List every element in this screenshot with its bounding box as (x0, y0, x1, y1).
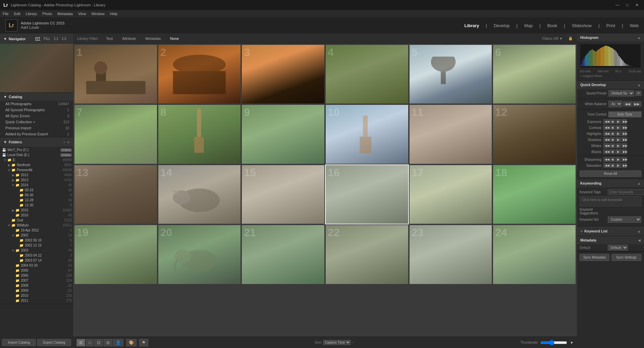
sp-l[interactable]: ◀ (609, 157, 615, 162)
menu-file[interactable]: File (3, 12, 9, 16)
import-catalog-button[interactable]: Import Catalog (2, 339, 36, 346)
thumbnails-slider[interactable] (540, 340, 567, 345)
nav-print[interactable]: Print (606, 23, 615, 28)
loupe-view-button[interactable]: □ (86, 339, 94, 346)
sort-select[interactable]: Capture Time (323, 340, 351, 345)
menu-help[interactable]: Help (110, 12, 118, 16)
folder-2010[interactable]: ▶ 📁 2010 233 (0, 293, 73, 298)
survey-view-button[interactable]: ⊟ (104, 339, 112, 346)
folder-2003-07-14[interactable]: ▶ 📁 2003 07 14 20 (0, 258, 73, 263)
folder-2005[interactable]: ▶ 📁 2005 67 (0, 268, 73, 273)
folders-header[interactable]: ▼ Folders − + (0, 137, 73, 147)
maximize-button[interactable]: □ (624, 2, 631, 8)
sync-metadata-button[interactable]: Sync Metadata (580, 254, 609, 261)
nav-develop[interactable]: Develop (494, 23, 510, 28)
filter-attribute[interactable]: Attribute (120, 36, 138, 41)
folder-12-30[interactable]: ▶ 📁 12-30 6 (0, 203, 73, 208)
folder-03-15[interactable]: ▶ 📁 03-15 16 (0, 188, 73, 193)
catalog-quick-collection[interactable]: Quick Collection + 213 (0, 119, 73, 125)
bl-l[interactable]: ◀ (609, 149, 615, 154)
metadata-preset-select[interactable]: Default (608, 245, 628, 251)
photo-cell-24[interactable]: 24 (493, 225, 576, 284)
navigator-header[interactable]: ▼ Navigator FIT FILL 1:1 1:2 (0, 33, 73, 44)
sp-r[interactable]: ▶ (615, 157, 621, 162)
zoom-fill[interactable]: FILL (42, 37, 52, 41)
folder-2008[interactable]: ▶ 📁 2008 20 (0, 283, 73, 288)
filter-none[interactable]: None (168, 36, 181, 41)
flag-button[interactable]: ⚑ (139, 339, 148, 346)
histogram-header[interactable]: Histogram ▲ (577, 33, 644, 42)
con-r[interactable]: ▶ (615, 125, 621, 130)
keywording-toggle[interactable]: ▲ (637, 182, 641, 185)
close-button[interactable]: ✕ (633, 2, 641, 8)
metadata-header[interactable]: Metadata ◀ (577, 236, 644, 244)
people-view-button[interactable]: 👤 (113, 339, 123, 346)
wh-l[interactable]: ◀ (609, 143, 615, 148)
folder-2007[interactable]: ▶ 📁 2007 224 (0, 278, 73, 283)
exp-l[interactable]: ◀ (609, 119, 615, 124)
white-balance-select[interactable]: As Shot (608, 101, 622, 107)
photo-cell-14[interactable]: 14 (158, 165, 241, 224)
wh-ll[interactable]: ◀◀ (603, 143, 609, 148)
keyword-add-area[interactable]: Click here to add keywords (580, 196, 641, 206)
histogram-toggle[interactable]: ▲ (637, 36, 641, 40)
con-rr[interactable]: ▶▶ (622, 125, 627, 130)
white-balance-left[interactable]: ◀◀ (623, 101, 632, 107)
scroll-down-button[interactable]: ▼ (570, 341, 574, 345)
photo-cell-3[interactable]: 3 (242, 45, 324, 103)
folder-2014[interactable]: ▼ 📁 2014 40 (0, 183, 73, 188)
exp-r[interactable]: ▶ (615, 119, 621, 124)
folder-wildtuin[interactable]: ▼ 📁 Wildtuin 15611 (0, 223, 73, 228)
keywording-header[interactable]: Keywording ▲ (577, 179, 644, 187)
catalog-synced-photos[interactable]: All Synced Photographs 1 (0, 107, 73, 113)
folders-plus[interactable]: + (67, 139, 70, 145)
folder-neofresh[interactable]: ▶ 📁 Neofresh 8691 (0, 162, 73, 167)
catalog-sync-errors[interactable]: All Sync Errors 3 (0, 113, 73, 119)
sat-r[interactable]: ▶ (615, 163, 621, 168)
hl-ll[interactable]: ◀◀ (603, 131, 609, 136)
photo-cell-19[interactable]: 19 (74, 225, 157, 284)
folder-2004-03-20[interactable]: ▶ 📁 2004 03 20 14 (0, 263, 73, 268)
photo-cell-13[interactable]: 13 (74, 165, 157, 224)
menu-view[interactable]: View (78, 12, 86, 16)
nav-library[interactable]: Library (464, 23, 479, 28)
folder-2003[interactable]: ▼ 📁 2003 24 (0, 248, 73, 253)
window-controls[interactable]: — □ ✕ (613, 2, 641, 8)
filter-text[interactable]: Text (104, 36, 115, 41)
menu-library[interactable]: Library (26, 12, 37, 16)
folder-05-30[interactable]: ▶ 📁 05-30 4 (0, 193, 73, 198)
keyword-list-toggle[interactable]: ▲ (637, 229, 641, 233)
wh-rr[interactable]: ▶▶ (622, 143, 627, 148)
quick-develop-toggle[interactable]: ▲ (637, 83, 641, 87)
keyword-list-header[interactable]: + Keyword List ▲ (577, 226, 644, 236)
folder-2009[interactable]: ▶ 📁 2009 52 (0, 288, 73, 293)
sh-rr[interactable]: ▶▶ (622, 137, 627, 142)
folder-19apr2012[interactable]: ▶ 📁 19 Apr 2012 5 (0, 228, 73, 233)
folder-win7-pro[interactable]: 💾 Win7_Pro (C:) Online (0, 147, 73, 152)
exp-ll[interactable]: ◀◀ (603, 119, 609, 124)
menu-window[interactable]: Window (92, 12, 105, 16)
nav-web[interactable]: Web (630, 23, 639, 28)
folder-2013[interactable]: ▶ 📁 2013 4742 (0, 178, 73, 183)
hl-r[interactable]: ▶ (615, 131, 621, 136)
catalog-all-photos[interactable]: All Photographs 124947 (0, 101, 73, 107)
hl-rr[interactable]: ▶▶ (622, 131, 627, 136)
sat-ll[interactable]: ◀◀ (603, 163, 609, 168)
photo-cell-15[interactable]: 15 (242, 165, 324, 224)
nav-book[interactable]: Book (547, 23, 557, 28)
sat-l[interactable]: ◀ (609, 163, 615, 168)
saved-preset-select[interactable]: Default Settings (608, 90, 634, 96)
folder-2002[interactable]: ▼ 📁 2002 13 (0, 233, 73, 238)
folder-12-28[interactable]: ▶ 📁 12-28 14 (0, 198, 73, 203)
sh-ll[interactable]: ◀◀ (603, 137, 609, 142)
hl-l[interactable]: ◀ (609, 131, 615, 136)
sh-r[interactable]: ▶ (615, 137, 621, 142)
folder-2006[interactable]: ▶ 📁 2006 129 (0, 273, 73, 278)
wh-r[interactable]: ▶ (615, 143, 621, 148)
filter-metadata[interactable]: Metadata (143, 36, 163, 41)
folder-2002-06-10[interactable]: ▶ 📁 2002 06 10 5 (0, 238, 73, 243)
photo-cell-6[interactable]: 6 (493, 45, 576, 103)
nav-map[interactable]: Map (524, 23, 533, 28)
photo-cell-10[interactable]: 10 (326, 105, 408, 163)
menu-photo[interactable]: Photo (42, 12, 52, 16)
